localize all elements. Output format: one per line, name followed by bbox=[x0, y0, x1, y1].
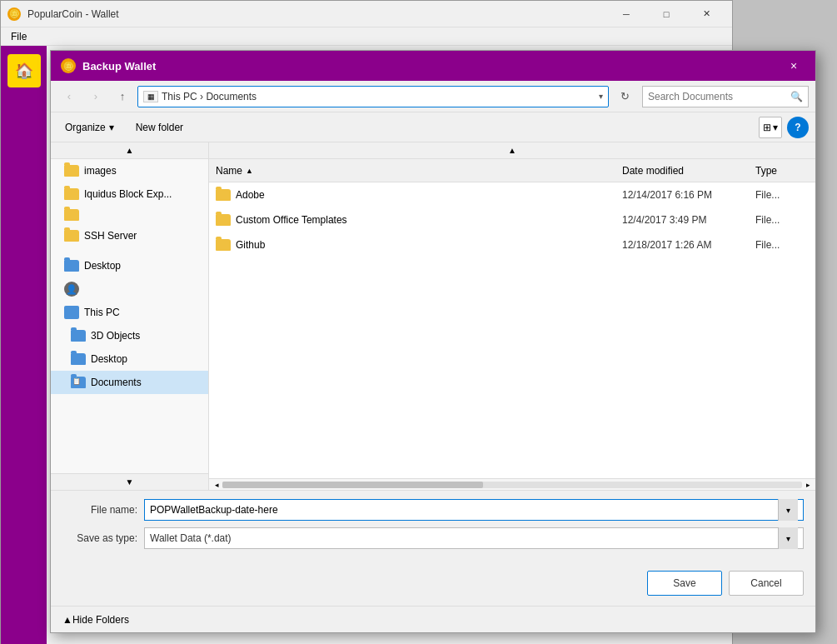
app-icon: 🪙 bbox=[7, 7, 21, 21]
file-name-cot-label: Custom Office Templates bbox=[236, 214, 347, 226]
nav-item-blank[interactable] bbox=[51, 206, 208, 224]
menu-bar: File bbox=[1, 27, 732, 46]
file-date-adobe: 12/14/2017 6:16 PM bbox=[615, 189, 749, 201]
folder-icon-cot bbox=[216, 214, 231, 226]
nav-item-thispc-label: This PC bbox=[84, 307, 120, 318]
name-column-header[interactable]: Name ▲ bbox=[209, 165, 615, 177]
nav-item-ssh-label: SSH Server bbox=[84, 230, 137, 242]
folder-icon-adobe bbox=[216, 189, 231, 201]
nav-item-desktop2[interactable]: Desktop bbox=[51, 347, 208, 371]
nav-item-images-label: images bbox=[84, 165, 117, 177]
nav-spacer bbox=[51, 247, 208, 254]
nav-item-desktop2-label: Desktop bbox=[91, 353, 127, 365]
organize-button[interactable]: Organize ▾ bbox=[57, 117, 122, 138]
file-menu[interactable]: File bbox=[4, 29, 33, 44]
file-type-adobe: File... bbox=[749, 189, 815, 201]
file-date-cot: 12/4/2017 3:49 PM bbox=[615, 214, 749, 226]
type-column-header[interactable]: Type bbox=[749, 165, 815, 177]
maximize-button[interactable]: □ bbox=[647, 1, 685, 27]
forward-button[interactable]: › bbox=[84, 85, 107, 108]
organize-label: Organize bbox=[65, 122, 106, 133]
file-row-3[interactable]: Github 12/18/2017 1:26 AM File... bbox=[209, 232, 815, 257]
view-button[interactable]: ⊞ ▾ bbox=[759, 117, 782, 138]
search-box: 🔍 bbox=[642, 86, 809, 107]
address-chevron-icon: ▾ bbox=[599, 92, 603, 101]
nav-scroll-down-button[interactable]: ▼ bbox=[51, 473, 208, 490]
help-button[interactable]: ? bbox=[787, 117, 809, 138]
dialog-close-button[interactable]: × bbox=[782, 54, 805, 77]
file-row[interactable]: Adobe 12/14/2017 6:16 PM File... bbox=[209, 182, 815, 207]
date-column-header[interactable]: Date modified bbox=[615, 165, 749, 177]
address-bar[interactable]: ▦ This PC › Documents ▾ bbox=[137, 86, 609, 107]
scroll-track[interactable] bbox=[222, 482, 802, 488]
organize-arrow-icon: ▾ bbox=[109, 122, 114, 133]
savetype-label: Save as type: bbox=[62, 532, 137, 544]
main-close-button[interactable]: ✕ bbox=[687, 1, 725, 27]
sort-icon: ▲ bbox=[246, 167, 253, 175]
dialog-actions: Save Cancel bbox=[51, 564, 815, 606]
name-column-label: Name bbox=[216, 165, 242, 177]
main-window-title: PopularCoin - Wallet bbox=[27, 8, 607, 20]
person-icon: 👤 bbox=[64, 282, 79, 297]
pc-icon bbox=[64, 306, 79, 319]
dialog-icon: 🪙 bbox=[61, 58, 76, 73]
file-name-github-label: Github bbox=[236, 239, 265, 251]
file-name-github: Github bbox=[209, 239, 615, 251]
nav-item-iquidus[interactable]: Iquidus Block Exp... bbox=[51, 182, 208, 206]
file-list-empty-space bbox=[209, 257, 815, 478]
folder-special-icon-1 bbox=[71, 330, 86, 342]
search-input[interactable] bbox=[648, 91, 790, 102]
nav-item-3dobjects[interactable]: 3D Objects bbox=[51, 324, 208, 347]
address-text: This PC › Documents bbox=[162, 91, 595, 102]
file-name-cot: Custom Office Templates bbox=[209, 214, 615, 226]
back-button[interactable]: ‹ bbox=[57, 85, 81, 108]
file-type-cot: File... bbox=[749, 214, 815, 226]
sidebar: 🏠 bbox=[1, 46, 47, 644]
date-column-label: Date modified bbox=[622, 165, 684, 177]
nav-item-thispc[interactable]: This PC bbox=[51, 301, 208, 324]
hide-folders-arrow-icon: ▲ bbox=[62, 614, 72, 626]
cancel-button[interactable]: Cancel bbox=[729, 571, 804, 596]
hide-folders-label: Hide Folders bbox=[72, 614, 129, 626]
nav-item-desktop[interactable]: Desktop bbox=[51, 254, 208, 277]
scroll-thumb[interactable] bbox=[222, 482, 483, 488]
backup-wallet-dialog: 🪙 Backup Wallet × ‹ › ↑ ▦ This PC › Docu… bbox=[50, 50, 816, 633]
nav-item-iquidus-label: Iquidus Block Exp... bbox=[84, 188, 172, 200]
savetype-dropdown-button[interactable]: ▾ bbox=[778, 527, 798, 549]
left-nav-panel: ▲ images Iquidus Block Exp... SSH Server bbox=[51, 142, 209, 490]
savetype-row: Save as type: Wallet Data (*.dat) ▾ bbox=[62, 527, 804, 549]
up-button[interactable]: ↑ bbox=[111, 85, 134, 108]
file-list-header: Name ▲ Date modified Type bbox=[209, 159, 815, 182]
new-folder-button[interactable]: New folder bbox=[128, 117, 191, 138]
nav-item-documents[interactable]: 📋 Documents bbox=[51, 371, 208, 394]
nav-item-images[interactable]: images bbox=[51, 159, 208, 182]
folder-yellow-icon-4 bbox=[64, 230, 79, 242]
horizontal-scrollbar[interactable]: ◂ ▸ bbox=[209, 478, 815, 490]
nav-scroll-up-button[interactable]: ▲ bbox=[51, 142, 208, 159]
refresh-button[interactable]: ↻ bbox=[614, 86, 635, 107]
nav-item-3dobjects-label: 3D Objects bbox=[91, 330, 140, 342]
filename-dropdown-button[interactable]: ▾ bbox=[778, 499, 798, 521]
save-button[interactable]: Save bbox=[647, 571, 722, 596]
view-arrow-icon: ▾ bbox=[773, 122, 778, 133]
file-date-github: 12/18/2017 1:26 AM bbox=[615, 239, 749, 251]
folder-yellow-icon bbox=[64, 165, 79, 177]
file-name-adobe-label: Adobe bbox=[236, 189, 265, 201]
dialog-titlebar: 🪙 Backup Wallet × bbox=[51, 51, 815, 81]
nav-item-person[interactable]: 👤 bbox=[51, 277, 208, 301]
file-name-adobe: Adobe bbox=[209, 189, 615, 201]
file-scroll-up-button[interactable]: ▲ bbox=[209, 142, 815, 159]
minimize-button[interactable]: ─ bbox=[607, 1, 645, 27]
filename-input[interactable] bbox=[150, 504, 778, 516]
dialog-title: Backup Wallet bbox=[82, 60, 782, 72]
nav-item-ssh[interactable]: SSH Server bbox=[51, 224, 208, 247]
scroll-right-button[interactable]: ▸ bbox=[802, 479, 814, 491]
savetype-value: Wallet Data (*.dat) bbox=[150, 532, 778, 544]
dialog-form: File name: ▾ Save as type: Wallet Data (… bbox=[51, 491, 815, 564]
file-row-2[interactable]: Custom Office Templates 12/4/2017 3:49 P… bbox=[209, 207, 815, 232]
hide-folders-row[interactable]: ▲ Hide Folders bbox=[51, 606, 815, 632]
home-icon[interactable]: 🏠 bbox=[7, 54, 41, 87]
folder-blue-icon bbox=[64, 260, 79, 272]
view-icon: ⊞ bbox=[763, 122, 771, 133]
scroll-left-button[interactable]: ◂ bbox=[211, 479, 222, 491]
